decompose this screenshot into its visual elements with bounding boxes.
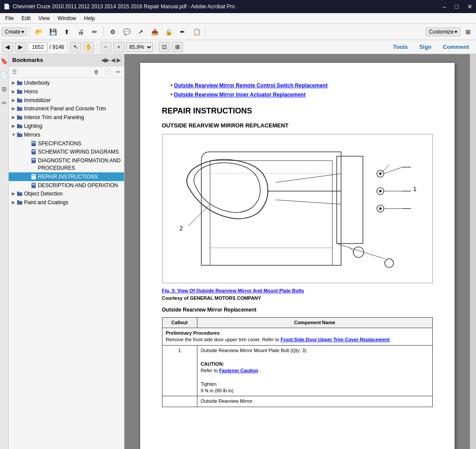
panel-header: Bookmarks ◀▶ ◀ ▶ — [9, 54, 124, 66]
svg-rect-10 — [17, 125, 22, 128]
tree-item-immobilizer[interactable]: ▶ Immobilizer — [9, 96, 124, 105]
menu-window[interactable]: Window — [54, 14, 80, 22]
svg-rect-1 — [17, 81, 19, 82]
tree-item-horns[interactable]: ▶ Horns — [9, 87, 124, 96]
tree-item-object-detection[interactable]: ▶ Object Detection — [9, 189, 124, 198]
print-button[interactable]: 🖨 — [75, 26, 87, 38]
title-bar: 📄 Chevrolet Cruze 2010 2011 2012 2013 20… — [0, 0, 476, 13]
link-fastener-caution[interactable]: Fastener Caution — [219, 368, 259, 373]
maximize-button[interactable]: □ — [455, 3, 459, 10]
tree-item-instrument-panel[interactable]: ▶ Instrument Panel and Console Trim — [9, 104, 124, 113]
new-bookmark-button[interactable]: 📄 — [103, 68, 113, 76]
next-page-button[interactable]: ▶ — [15, 42, 26, 52]
expand-instrument-panel[interactable]: ▶ — [10, 106, 17, 112]
settings-button[interactable]: ⚙ — [107, 26, 119, 38]
bookmark-panel-icon[interactable]: 🔖 — [0, 56, 10, 66]
expand-immobilizer[interactable]: ▶ — [10, 97, 17, 103]
create-button[interactable]: Create ▾ — [2, 27, 27, 36]
tree-item-schematic-wiring[interactable]: ▶ SCHEMATIC WIRING DIAGRAMS — [9, 147, 124, 156]
expand-lighting[interactable]: ▶ — [10, 123, 17, 129]
customize-button[interactable]: Customize ▾ — [426, 27, 460, 36]
description-operation-label: DESCRIPTION AND OPERATION — [38, 182, 122, 189]
page-separator: / — [49, 44, 51, 50]
comment-btn[interactable]: 💬 — [121, 26, 133, 38]
tree-item-paint-coatings[interactable]: ▶ Paint and Coatings — [9, 198, 124, 207]
edit-button[interactable]: ✏ — [89, 26, 101, 38]
svg-text:1: 1 — [413, 185, 417, 192]
tree-item-mirrors[interactable]: ▼ Mirrors — [9, 130, 124, 139]
link-remote-control[interactable]: Outside Rearview Mirror Remote Control S… — [174, 82, 328, 89]
layers-panel-icon[interactable]: ⊞ — [0, 84, 9, 94]
link-inner-actuator[interactable]: Outside Rearview Mirror Inner Actuator R… — [174, 92, 306, 98]
pdf-viewer[interactable]: Outside Rearview Mirror Remote Control S… — [124, 54, 470, 449]
expand-paint-coatings[interactable]: ▶ — [10, 199, 17, 206]
svg-rect-4 — [17, 99, 22, 103]
comment-button[interactable]: Comment — [438, 42, 474, 52]
tree-item-specifications[interactable]: ▶ SPECIFICATIONS — [9, 139, 124, 148]
zoom-selector[interactable]: 85,9% 50% 75% 100% 125% 150% — [126, 42, 153, 52]
zoom-out-button[interactable]: − — [100, 42, 111, 52]
tree-item-underbody[interactable]: ▶ Underbody — [9, 79, 124, 87]
page-input[interactable]: 1652 — [28, 42, 48, 52]
fit-width-button[interactable]: ⊡ — [159, 42, 170, 52]
menu-edit[interactable]: Edit — [18, 14, 34, 22]
bookmark-properties-button[interactable]: ✏ — [114, 68, 122, 76]
minimize-button[interactable]: – — [443, 3, 446, 10]
table-title: Outside Rearview Mirror Replacement — [162, 306, 433, 314]
pdf-button[interactable]: 📋 — [190, 26, 203, 38]
close-button[interactable]: ✕ — [467, 3, 473, 10]
expand-underbody[interactable]: ▶ — [10, 80, 17, 86]
svg-rect-2 — [17, 90, 22, 94]
fit-page-button[interactable]: ⊞ — [172, 42, 183, 52]
hand-tool[interactable]: ✋ — [83, 42, 94, 52]
tree-item-diagnostic[interactable]: ▶ DIAGNOSTIC INFORMATION AND PROCEDURES — [9, 156, 124, 172]
expand-interior-trim[interactable]: ▶ — [10, 114, 17, 120]
tools-panel-icon[interactable]: ✏ — [0, 98, 9, 108]
link-front-side-door[interactable]: Front Side Door Upper Trim Cover Replace… — [280, 337, 390, 342]
fig-caption-link[interactable]: Fig. 3: View Of Outside Rearview Mirror … — [162, 288, 304, 293]
bookmarks-toolbar: ☰ 🗑 📄 ✏ — [9, 66, 124, 78]
toolbar-separator-3 — [205, 27, 206, 37]
export-button[interactable]: 📤 — [148, 26, 161, 38]
create-dropdown-icon[interactable]: ▾ — [21, 29, 24, 35]
mirrors-label: Mirrors — [24, 131, 122, 139]
select-tool[interactable]: ↖ — [70, 42, 81, 52]
sign-tool-button[interactable]: ✒ — [176, 26, 189, 38]
security-button[interactable]: 🔒 — [162, 26, 175, 38]
tree-item-description-operation[interactable]: ▶ DESCRIPTION AND OPERATION — [9, 181, 124, 190]
panel-expand-icon[interactable]: ▶ — [117, 57, 121, 63]
create-label: Create — [5, 29, 21, 35]
collapse-panel-button[interactable]: ◀▶ — [101, 57, 109, 63]
paint-coatings-label: Paint and Coatings — [24, 199, 122, 206]
expand-button[interactable]: ⊞ — [462, 26, 474, 38]
zoom-in-button[interactable]: + — [113, 42, 124, 52]
delete-bookmark-button[interactable]: 🗑 — [92, 68, 101, 76]
panel-chevron-icon[interactable]: ◀ — [111, 57, 115, 63]
menu-view[interactable]: View — [35, 14, 53, 22]
right-scrollbar[interactable] — [470, 54, 476, 449]
share-button[interactable]: ↗ — [135, 26, 147, 38]
tools-button[interactable]: Tools — [388, 42, 413, 52]
nav-toolbar: ◀ ▶ 1652 / 9146 ↖ ✋ − + 85,9% 50% 75% 10… — [0, 40, 476, 54]
bookmark-options-button[interactable]: ☰ — [10, 68, 19, 76]
svg-rect-20 — [31, 158, 36, 163]
caution-label: CAUTION: — [201, 361, 224, 367]
open-button[interactable]: 📂 — [33, 26, 45, 38]
tree-item-interior-trim[interactable]: ▶ Interior Trim and Paneling — [9, 113, 124, 122]
tree-item-lighting[interactable]: ▶ Lighting — [9, 122, 124, 130]
table-row-2: Outside Rearview Mirror — [162, 396, 432, 407]
callout-1-cell: 1 — [162, 345, 197, 396]
expand-object-detection[interactable]: ▶ — [10, 191, 17, 197]
customize-dropdown-icon: ▾ — [455, 29, 457, 35]
tree-item-repair-instructions[interactable]: ▶ REPAIR INSTRUCTIONS — [9, 172, 124, 181]
menu-file[interactable]: File — [2, 14, 17, 22]
sign-button[interactable]: Sign — [414, 42, 437, 52]
expand-horns[interactable]: ▶ — [10, 89, 17, 95]
prev-page-button[interactable]: ◀ — [2, 42, 13, 52]
menu-help[interactable]: Help — [81, 14, 99, 22]
expand-mirrors[interactable]: ▼ — [10, 132, 17, 138]
upload-button[interactable]: ⬆ — [61, 26, 73, 38]
bullet-list: Outside Rearview Mirror Remote Control S… — [171, 82, 433, 99]
save-button[interactable]: 💾 — [47, 26, 59, 38]
pages-panel-icon[interactable]: 📄 — [0, 70, 10, 80]
